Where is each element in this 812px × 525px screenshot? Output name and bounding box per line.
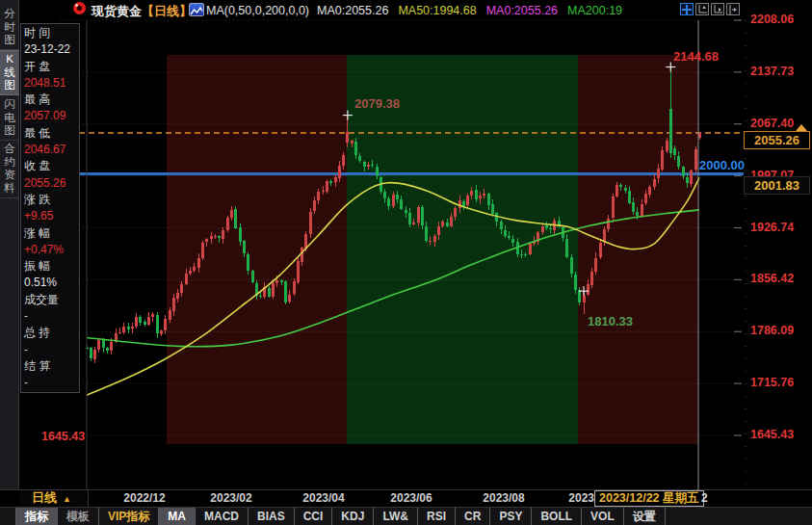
annotation-low-oct: 1810.33 [588,314,633,328]
info-value: - [24,342,79,358]
info-value: 2046.67 [24,142,79,158]
ma-value-2: MA0:2055.26 [486,4,558,17]
info-value: - [24,375,79,391]
chart-icon [189,3,204,16]
axis-price-label: 1715.76 [750,376,810,389]
period-selector[interactable]: 日线▲ [19,490,89,507]
quote-info-panel: 时 间23-12-22开 盘2048.51最 高2057.09最 低2046.6… [20,23,80,393]
toolbar-button-3[interactable]: VIP指标 [99,508,159,525]
triangle-up-icon: ▲ [63,494,71,504]
info-value: 2048.51 [24,75,79,92]
info-label: 开 盘 [24,59,79,75]
trading-app-window: 2079.382144.681810.33 现货黄金【日线】 MA(0,50,0… [0,0,812,525]
date-tick-label: 2023/08 [483,491,524,505]
toolbar-button-9[interactable]: LW& [374,508,418,525]
date-tick-label: 2023/04 [302,491,344,505]
toolbar-button-15[interactable]: 设置 [624,508,666,525]
info-label: 最 低 [24,125,79,142]
date-tick-label: 2023/06 [390,491,432,505]
info-label: 最 高 [24,92,79,108]
toolbar-button-5[interactable]: MACD [196,508,249,525]
top-bar: 现货黄金【日线】 MA(0,50,0,200,0,0) MA0:2055.26M… [0,0,812,21]
toolbar-button-13[interactable]: BOLL [532,508,582,525]
sidebar-tab-1[interactable]: 分时图 [0,6,19,50]
instrument-title: 现货黄金【日线】 [92,3,192,20]
ma-settings: MA(0,50,0,200,0,0) [206,4,309,17]
axis-scale-horizontal-icon[interactable] [711,3,724,15]
info-label: 结 算 [24,358,79,375]
info-value: 2055.26 [24,175,79,192]
current-date-label: 2023/12/22 星期五 [594,490,704,507]
pan-right-icon[interactable] [726,3,740,15]
level-2000-label: 2000.00 [699,158,744,172]
annotation-high-may: 2079.38 [354,96,400,111]
info-value: 0.51% [24,275,79,291]
ma-value-3: MA200:19 [567,4,622,17]
info-label: 总 持 [24,325,79,341]
axis-scale-vertical-icon[interactable] [695,3,709,15]
toolbar-button-14[interactable]: VOL [582,508,624,525]
candlestick-chart[interactable] [0,0,812,525]
live-indicator-icon [73,2,86,14]
axis-price-label: 2137.73 [750,65,810,78]
indicator-toolbar: 指标模板VIP指标MAMACDBIASCCIKDJLW&RSICRPSYBOLL… [0,507,812,525]
axis-price-label: 1856.42 [750,272,810,285]
info-label: 涨 幅 [24,225,79,242]
sidebar-tab-3[interactable]: 闪电图 [0,96,19,141]
symbol-name: 现货黄金 [92,4,142,18]
left-tab-strip: 分时图K线图闪电图合约资料 [0,0,19,489]
axis-price-label: 1645.43 [750,428,810,441]
info-label: 成交量 [24,292,79,308]
info-label: 收 盘 [24,158,79,174]
info-value: 2057.09 [24,108,79,124]
axis-left-min-label: 1645.43 [41,430,85,443]
date-tick-label: 2022/12 [123,491,165,505]
ma-value-0: MA0:2055.26 [317,4,388,17]
period-selector-label: 日线 [32,490,57,505]
info-label: 涨 跌 [24,192,79,208]
toolbar-button-4[interactable]: MA [159,508,196,525]
info-value: +0.47% [24,242,79,258]
axis-price-label: 1926.74 [750,221,810,234]
crosshair-icon[interactable] [680,3,694,15]
toolbar-button-8[interactable]: KDJ [332,508,374,525]
info-label: 振 幅 [24,258,79,275]
period-name: 【日线】 [142,4,192,18]
toolbar-button-11[interactable]: CR [456,508,490,525]
indicator-readout: MA(0,50,0,200,0,0) MA0:2055.26MA50:1994.… [206,4,622,17]
price-up-arrow-icon [796,124,807,131]
info-value: 23-12-22 [24,41,79,58]
info-value: +9.65 [24,208,79,224]
axis-price-label: 1786.09 [750,324,810,337]
annotation-high-dec: 2144.68 [673,49,719,64]
date-axis: 日线▲ 2022/122023/022023/042023/062023/082… [0,490,812,507]
crosshair-price-label: 2001.83 [744,176,810,195]
toolbar-button-12[interactable]: PSY [490,508,532,525]
toolbar-button-6[interactable]: BIAS [249,508,295,525]
info-label: 时 间 [24,25,79,41]
ma-value-1: MA50:1994.68 [398,4,476,17]
sidebar-tab-2[interactable]: K线图 [0,50,19,95]
current-price-label: 2055.26 [744,131,810,149]
sidebar-tab-4[interactable]: 合约资料 [0,141,19,198]
toolbar-button-1[interactable]: 指标 [15,508,58,525]
toolbar-button-7[interactable]: CCI [295,508,333,525]
toolbar-button-10[interactable]: RSI [418,508,456,525]
date-tick-label: 2023/02 [210,491,251,505]
clipped-date-label: 2 [701,491,708,505]
info-value: - [24,308,79,325]
toolbar-button-2[interactable]: 模板 [58,508,99,525]
